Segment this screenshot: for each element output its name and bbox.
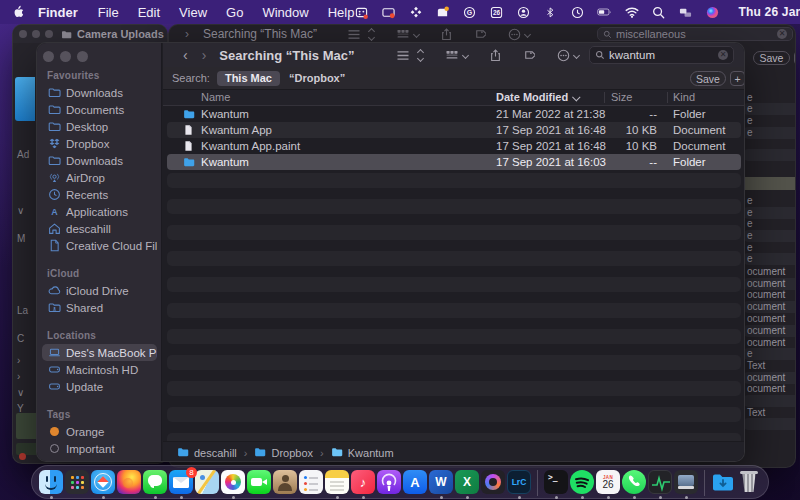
background-list-row[interactable]: e <box>743 348 796 360</box>
sidebar-item-descahill[interactable]: descahill <box>42 220 157 237</box>
dock-reminders[interactable] <box>299 470 323 499</box>
dock-mail[interactable]: 8 <box>169 470 193 499</box>
sidebar-item-des-s-macbook-pro[interactable]: Des's MacBook Pro <box>42 344 157 361</box>
sidebar-item-update[interactable]: Update <box>42 378 157 395</box>
clear-search-icon[interactable]: ✕ <box>777 29 787 39</box>
background-list-row[interactable]: e <box>743 218 796 230</box>
dock-photos[interactable] <box>221 470 245 499</box>
background-list-row[interactable]: e <box>743 115 796 127</box>
dock-calendar[interactable]: JAN26 <box>596 470 620 499</box>
background-list-row[interactable] <box>743 177 796 190</box>
display-alert-icon[interactable] <box>435 5 450 20</box>
column-name[interactable]: Name <box>201 91 230 103</box>
sidebar-item-shared[interactable]: Shared <box>42 299 157 316</box>
app-badge-icon[interactable] <box>354 5 369 20</box>
background-list-row[interactable]: Text <box>743 360 796 372</box>
dock-trash[interactable] <box>737 470 761 499</box>
dock-whatsapp[interactable] <box>622 470 646 499</box>
group-by-icon[interactable] <box>396 29 419 40</box>
sidebar-item-recents[interactable]: Recents <box>42 186 157 203</box>
background-list-row[interactable] <box>743 418 796 430</box>
background-list-row[interactable]: e <box>743 127 796 139</box>
close-button[interactable] <box>43 51 54 62</box>
search-field[interactable]: kwantum ✕ <box>589 46 734 64</box>
column-date-modified[interactable]: Date Modified <box>496 91 580 103</box>
dock-activity-monitor[interactable] <box>648 470 672 499</box>
scope-this-mac[interactable]: This Mac <box>217 71 280 86</box>
dock-finder[interactable] <box>39 470 63 499</box>
file-row-kwantum-app[interactable]: Kwantum App 17 Sep 2021 at 16:48 10 KB D… <box>167 122 741 138</box>
path-segment-dropbox[interactable]: Dropbox <box>254 446 313 459</box>
desktop-tiles-icon[interactable] <box>678 5 693 20</box>
zoom-button[interactable] <box>45 30 53 38</box>
background-list-row[interactable]: ocument <box>743 325 796 337</box>
screen-mirroring-icon[interactable] <box>381 5 396 20</box>
dock-lens-app[interactable] <box>481 470 505 499</box>
user-account-icon[interactable] <box>516 5 531 20</box>
sidebar-item-macintosh-hd[interactable]: Macintosh HD <box>42 361 157 378</box>
sidebar-item-orange[interactable]: Orange <box>42 423 157 440</box>
window-controls[interactable] <box>43 51 88 62</box>
battery-icon[interactable] <box>597 5 612 20</box>
window-manager-icon[interactable] <box>408 5 423 20</box>
sidebar-item-applications[interactable]: AApplications <box>42 203 157 220</box>
more-actions-icon[interactable] <box>557 49 579 62</box>
dock-word[interactable]: W <box>429 470 453 499</box>
background-list-row[interactable]: e <box>743 230 796 242</box>
dock-excel[interactable]: X <box>455 470 479 499</box>
dock-downloads-folder[interactable] <box>711 470 735 499</box>
zoom-button[interactable] <box>77 51 88 62</box>
sidebar-item-airdrop[interactable]: AirDrop <box>42 169 157 186</box>
clear-search-icon[interactable]: ✕ <box>718 50 728 60</box>
dock-contacts[interactable] <box>273 470 297 499</box>
spotlight-search-icon[interactable] <box>651 5 666 20</box>
menu-view[interactable]: View <box>179 5 207 20</box>
siri-icon[interactable] <box>705 5 720 20</box>
background-list-row[interactable]: ocument <box>743 289 796 301</box>
share-icon[interactable] <box>490 49 501 62</box>
sidebar-item-dropbox[interactable]: Dropbox <box>42 135 157 152</box>
file-row-kwantum[interactable]: Kwantum 21 Mar 2022 at 21:38 -- Folder <box>167 106 741 122</box>
dock-notes[interactable] <box>325 470 349 499</box>
sidebar-item-creative-cloud-files[interactable]: Creative Cloud Files <box>42 237 157 254</box>
background-list-row[interactable]: ocument <box>743 313 796 325</box>
tags-icon[interactable] <box>523 49 535 61</box>
dock-firefox[interactable] <box>117 470 141 499</box>
group-by-icon[interactable] <box>445 50 468 61</box>
sidebar-item-documents[interactable]: Documents <box>42 101 157 118</box>
background-list-row[interactable]: ocument <box>743 266 796 278</box>
time-machine-icon[interactable] <box>570 5 585 20</box>
sidebar-item-downloads[interactable]: Downloads <box>42 152 157 169</box>
active-app-name[interactable]: Finder <box>38 5 78 20</box>
dock-music[interactable]: ♪ <box>351 470 375 499</box>
sidebar-item-icloud-drive[interactable]: iCloud Drive <box>42 282 157 299</box>
dock-screen-preview[interactable] <box>674 470 698 499</box>
menu-file[interactable]: File <box>98 5 119 20</box>
sidebar-item-important[interactable]: Important <box>42 440 157 457</box>
more-actions-icon[interactable] <box>508 28 530 41</box>
save-search-button[interactable]: Save <box>690 71 726 86</box>
g-circle-icon[interactable]: G <box>462 5 477 20</box>
sidebar-item-desktop[interactable]: Desktop <box>42 118 157 135</box>
forward-button[interactable]: › <box>202 47 207 63</box>
apple-menu-icon[interactable] <box>12 5 24 19</box>
close-button[interactable] <box>19 30 27 38</box>
share-icon[interactable] <box>441 28 452 41</box>
background-list-row[interactable]: e <box>743 253 796 265</box>
dock-facetime[interactable] <box>247 470 271 499</box>
dock-app-store[interactable]: A <box>403 470 427 499</box>
dock-terminal[interactable]: >_ <box>544 470 568 499</box>
background-list-row[interactable]: e <box>743 103 796 115</box>
menubar-clock[interactable]: Thu 26 Jan 22:03 <box>738 5 800 19</box>
file-row-kwantum[interactable]: Kwantum 17 Sep 2021 at 16:03 -- Folder <box>167 154 741 170</box>
bluetooth-icon[interactable] <box>543 5 558 20</box>
menu-go[interactable]: Go <box>226 5 243 20</box>
minimize-button[interactable] <box>32 30 40 38</box>
minimize-button[interactable] <box>60 51 71 62</box>
forward-button[interactable]: › <box>185 27 189 41</box>
add-criteria-button[interactable]: + <box>730 71 745 86</box>
back-button[interactable]: ‹ <box>183 47 188 63</box>
dock-spotify[interactable] <box>570 470 594 499</box>
column-size[interactable]: Size <box>611 91 632 103</box>
background-list-row[interactable]: ocument <box>743 301 796 313</box>
